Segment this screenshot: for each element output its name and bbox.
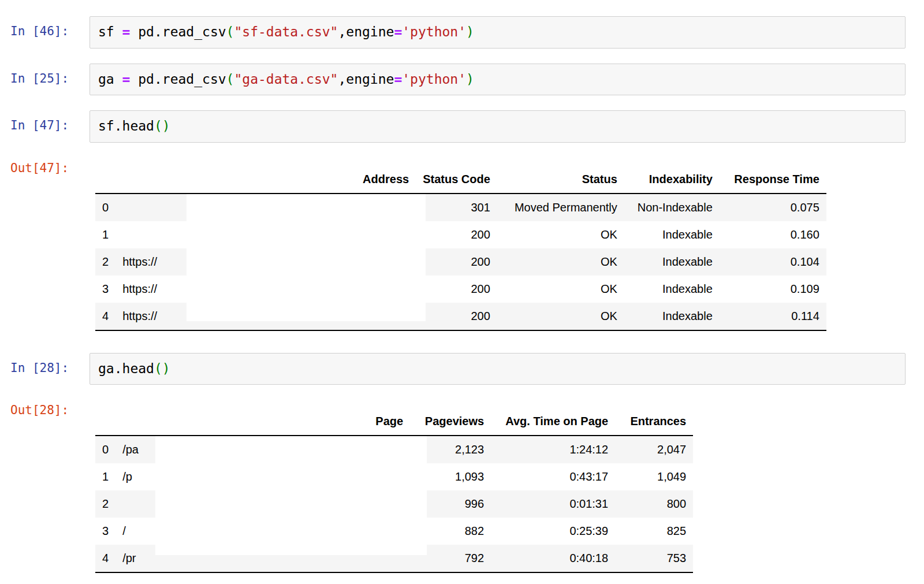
cell: 200 (416, 303, 497, 330)
cell: 200 (416, 221, 497, 248)
cell: 301 (416, 194, 497, 221)
code-token: ) (466, 72, 474, 87)
code-token: ) (162, 118, 170, 133)
code-cell-sf-head: In [47]: sf.head() (0, 110, 924, 143)
redaction-overlay (187, 194, 426, 321)
cell: OK (497, 276, 624, 303)
cell: 200 (416, 248, 497, 276)
output-cell-sf-head: Out[47]: AddressStatus CodeStatusIndexab… (0, 158, 924, 333)
output-cell-ga-head: Out[28]: PagePageviewsAvg. Time on PageE… (0, 400, 924, 575)
code-line: sf.head() (98, 118, 897, 135)
cell: Non-Indexable (624, 194, 720, 221)
input-prompt: In [46]: (0, 16, 90, 39)
cell: Indexable (624, 248, 720, 276)
code-token: sf.head (98, 118, 154, 133)
cell: 0:25:39 (491, 518, 615, 545)
code-token: = (394, 72, 402, 87)
cell: 0:01:31 (491, 490, 615, 518)
cell: 2,047 (615, 436, 693, 463)
code-token: = (394, 24, 402, 39)
code-cell-read-ga: In [25]: ga = pd.read_csv("ga-data.csv",… (0, 64, 924, 96)
code-token: ,engine (338, 72, 394, 87)
header-row: AddressStatus CodeStatusIndexabilityResp… (95, 166, 826, 194)
output-prompt: Out[47]: (0, 158, 90, 176)
cell: 1,049 (615, 463, 693, 490)
cell: Moved Permanently (497, 194, 624, 221)
row-index: 1 (95, 463, 116, 490)
dataframe-ga: PagePageviewsAvg. Time on PageEntrances0… (95, 408, 693, 573)
code-token: ( (226, 72, 234, 87)
input-prompt: In [47]: (0, 110, 90, 133)
cell: 800 (615, 490, 693, 518)
code-token: sf (98, 24, 122, 39)
cell: OK (497, 303, 624, 330)
cell: Indexable (624, 303, 720, 330)
column-header: Indexability (624, 166, 720, 194)
code-input[interactable]: ga.head() (90, 353, 906, 385)
cell: Indexable (624, 276, 720, 303)
cell: Indexable (624, 221, 720, 248)
input-prompt: In [25]: (0, 64, 90, 86)
column-header: Page (116, 408, 410, 436)
column-header (95, 166, 116, 194)
dataframe-sf: AddressStatus CodeStatusIndexabilityResp… (95, 166, 826, 331)
code-token: ga (98, 72, 122, 87)
cell: 0.109 (720, 276, 826, 303)
input-prompt: In [28]: (0, 353, 90, 375)
code-token: ga.head (98, 361, 154, 376)
cell: 0:43:17 (491, 463, 615, 490)
column-header: Address (116, 166, 416, 194)
cell: 1:24:12 (491, 436, 615, 463)
cell: 200 (416, 276, 497, 303)
code-input[interactable]: sf.head() (90, 110, 906, 143)
row-index: 4 (95, 545, 116, 572)
header-row: PagePageviewsAvg. Time on PageEntrances (95, 408, 693, 436)
column-header: Entrances (615, 408, 693, 436)
cell: 753 (615, 545, 693, 572)
jupyter-notebook: In [46]: sf = pd.read_csv("sf-data.csv",… (0, 0, 924, 575)
row-index: 0 (95, 436, 116, 463)
code-token: pd.read_csv (130, 72, 226, 87)
code-cell-ga-head: In [28]: ga.head() (0, 353, 924, 385)
code-cell-read-sf: In [46]: sf = pd.read_csv("sf-data.csv",… (0, 16, 924, 49)
code-input[interactable]: ga = pd.read_csv("ga-data.csv",engine='p… (90, 64, 906, 96)
code-token: ,engine (338, 24, 394, 39)
row-index: 0 (95, 194, 116, 221)
row-index: 4 (95, 303, 116, 330)
row-index: 3 (95, 518, 116, 545)
cell: 0.104 (720, 248, 826, 276)
code-token: ) (162, 361, 170, 376)
code-token: ( (226, 24, 234, 39)
output-content: PagePageviewsAvg. Time on PageEntrances0… (90, 400, 924, 575)
code-token: ( (154, 118, 162, 133)
code-line: ga.head() (98, 361, 897, 377)
code-token: ) (466, 24, 474, 39)
column-header: Response Time (720, 166, 826, 194)
cell: OK (497, 221, 624, 248)
cell: 0.114 (720, 303, 826, 330)
output-prompt: Out[28]: (0, 400, 90, 418)
cell: 0.075 (720, 194, 826, 221)
column-header: Status (497, 166, 624, 194)
code-token: "ga-data.csv" (234, 72, 338, 87)
column-header: Status Code (416, 166, 497, 194)
code-token: = (122, 72, 131, 87)
column-header: Avg. Time on Page (491, 408, 615, 436)
row-index: 1 (95, 221, 116, 248)
cell: 825 (615, 518, 693, 545)
code-token: pd.read_csv (130, 24, 226, 39)
code-input[interactable]: sf = pd.read_csv("sf-data.csv",engine='p… (90, 16, 906, 49)
row-index: 3 (95, 276, 116, 303)
code-token: "sf-data.csv" (234, 24, 338, 39)
code-line: ga = pd.read_csv("ga-data.csv",engine='p… (98, 72, 897, 88)
cell: OK (497, 248, 624, 276)
column-header: Pageviews (410, 408, 491, 436)
code-line: sf = pd.read_csv("sf-data.csv",engine='p… (98, 24, 897, 40)
row-index: 2 (95, 248, 116, 276)
code-token: 'python' (402, 24, 466, 39)
row-index: 2 (95, 490, 116, 518)
column-header (95, 408, 116, 436)
code-token: ( (154, 361, 162, 376)
redaction-overlay (155, 436, 427, 555)
cell: 0.160 (720, 221, 826, 248)
